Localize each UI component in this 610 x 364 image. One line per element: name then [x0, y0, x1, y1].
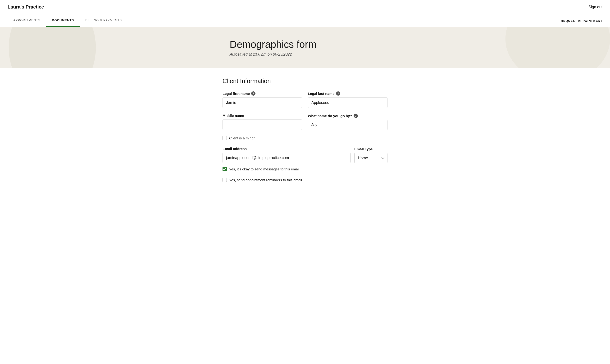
tab-billing[interactable]: BILLING & PAYMENTS	[80, 14, 127, 27]
email-type-label: Email Type	[354, 147, 388, 151]
send-reminders-row: Yes, send appointment reminders to this …	[222, 178, 388, 182]
request-appointment-button[interactable]: REQUEST APPOINTMENT	[561, 19, 602, 23]
email-address-input[interactable]	[222, 153, 350, 163]
name-row-2: Middle name What name do you go by? ?	[222, 114, 388, 130]
email-address-label: Email address	[222, 147, 350, 151]
send-reminders-label[interactable]: Yes, send appointment reminders to this …	[229, 178, 302, 182]
middle-name-input[interactable]	[222, 119, 302, 130]
client-minor-checkbox[interactable]	[222, 136, 227, 140]
legal-last-name-help-icon[interactable]: ?	[336, 91, 340, 96]
email-type-group: Email Type Home Work Other	[354, 147, 388, 163]
client-minor-label[interactable]: Client is a minor	[229, 136, 255, 140]
middle-name-label: Middle name	[222, 114, 302, 118]
preferred-name-group: What name do you go by? ?	[308, 114, 388, 130]
nav-tabs: APPOINTMENTS DOCUMENTS BILLING & PAYMENT…	[8, 14, 127, 27]
name-row-1: Legal first name ? Legal last name ?	[222, 91, 388, 108]
legal-first-name-input[interactable]	[222, 98, 302, 108]
legal-last-name-label: Legal last name ?	[308, 91, 388, 96]
email-address-group: Email address	[222, 147, 350, 163]
legal-first-name-help-icon[interactable]: ?	[251, 91, 255, 96]
form-title: Demographics form	[230, 39, 380, 51]
header: Laura's Practice Sign out	[0, 0, 610, 14]
hero-content: Demographics form Autosaved at 2:06 pm o…	[222, 39, 388, 57]
middle-name-group: Middle name	[222, 114, 302, 130]
client-minor-row: Client is a minor	[222, 136, 388, 140]
legal-first-name-label: Legal first name ?	[222, 91, 302, 96]
legal-last-name-input[interactable]	[308, 98, 388, 108]
ok-to-send-row: Yes, it's okay to send messages to this …	[222, 167, 388, 171]
preferred-name-help-icon[interactable]: ?	[354, 114, 358, 118]
nav: APPOINTMENTS DOCUMENTS BILLING & PAYMENT…	[0, 14, 610, 27]
main-content: Client Information Legal first name ? Le…	[215, 68, 395, 203]
legal-last-name-group: Legal last name ?	[308, 91, 388, 108]
autosave-status: Autosaved at 2:06 pm on 06/23/2022	[230, 52, 380, 57]
ok-to-send-checkbox[interactable]	[222, 167, 227, 171]
hero-banner: Demographics form Autosaved at 2:06 pm o…	[0, 27, 610, 68]
email-type-select[interactable]: Home Work Other	[354, 153, 388, 163]
section-title: Client Information	[222, 78, 388, 85]
preferred-name-label: What name do you go by? ?	[308, 114, 388, 118]
svg-point-0	[9, 27, 96, 68]
email-row: Email address Email Type Home Work Other	[222, 147, 388, 163]
send-reminders-checkbox[interactable]	[222, 178, 227, 182]
signout-button[interactable]: Sign out	[588, 5, 602, 9]
ok-to-send-label[interactable]: Yes, it's okay to send messages to this …	[229, 167, 300, 171]
tab-documents[interactable]: DOCUMENTS	[46, 14, 80, 27]
tab-appointments[interactable]: APPOINTMENTS	[8, 14, 46, 27]
legal-first-name-group: Legal first name ?	[222, 91, 302, 108]
preferred-name-input[interactable]	[308, 120, 388, 130]
brand-name: Laura's Practice	[8, 4, 44, 10]
svg-point-1	[505, 27, 610, 68]
